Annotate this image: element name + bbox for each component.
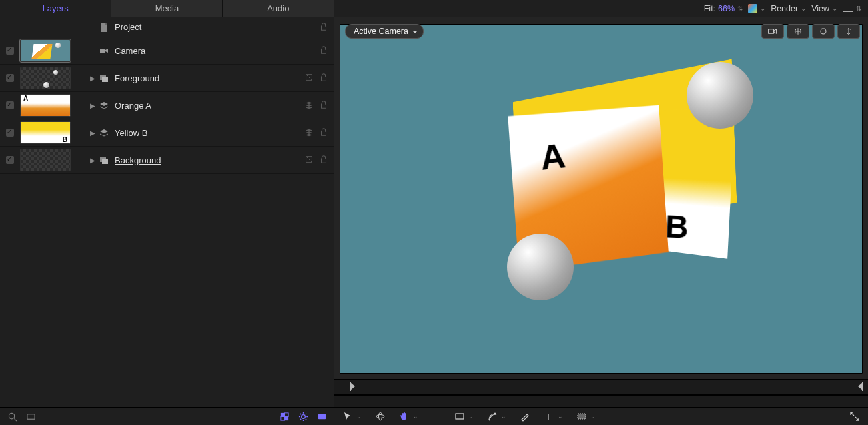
chevron-down-icon: ⌄: [413, 413, 418, 420]
mini-timeline[interactable]: [334, 379, 868, 395]
2d-icon[interactable]: [304, 73, 315, 83]
layer-name: Camera: [112, 46, 316, 56]
layout-icon: [843, 5, 853, 12]
visibility-checkbox[interactable]: [6, 156, 14, 164]
chevron-down-icon: ⌄: [832, 5, 837, 12]
viewport[interactable]: A B: [340, 24, 863, 374]
fit-control[interactable]: Fit: 66% ⇅: [704, 4, 743, 13]
svg-point-16: [301, 414, 305, 418]
layer-thumbnail[interactable]: [20, 121, 71, 144]
checker-icon[interactable]: [279, 411, 290, 422]
view-camera-button[interactable]: [761, 24, 784, 39]
layer-row-foreground[interactable]: ▶ Foreground: [0, 65, 334, 92]
svg-line-4: [306, 75, 312, 81]
layer-name: Foreground: [112, 73, 302, 83]
disclosure-triangle[interactable]: ▶: [89, 102, 96, 109]
layer-row-yellow-b[interactable]: ▶ Yellow B: [0, 119, 334, 147]
lock-icon[interactable]: [319, 155, 330, 165]
svg-point-20: [376, 415, 384, 418]
stack-mode-icon[interactable]: [304, 100, 315, 111]
layer-stack-icon: [99, 127, 109, 138]
fit-value: 66%: [718, 4, 735, 13]
stepper-icon: ⇅: [737, 5, 743, 12]
layer-row-background[interactable]: ▶ Background: [0, 147, 334, 174]
left-panel: Layers Media Audio Project: [0, 0, 334, 425]
lock-icon[interactable]: [319, 45, 330, 56]
lock-icon[interactable]: [319, 127, 330, 138]
disclosure-triangle[interactable]: ▶: [89, 75, 96, 82]
view-orbit-button[interactable]: [812, 24, 835, 39]
layer-row-camera[interactable]: Camera: [0, 37, 334, 65]
play-range-out-icon[interactable]: [858, 382, 863, 390]
disclosure-triangle[interactable]: ▶: [89, 157, 96, 164]
visibility-checkbox[interactable]: [6, 47, 14, 55]
layout-menu[interactable]: ⇅: [843, 5, 861, 12]
svg-point-19: [821, 29, 826, 34]
layer-thumbnail[interactable]: [20, 67, 71, 89]
layer-thumbnail[interactable]: [20, 39, 71, 62]
render-menu[interactable]: Render ⌄: [771, 4, 806, 13]
visibility-checkbox[interactable]: [6, 101, 14, 109]
text-tool[interactable]: T⌄: [544, 411, 563, 422]
hand-tool[interactable]: ⌄: [399, 411, 418, 422]
search-icon[interactable]: [7, 411, 17, 422]
layer-list: Project Camera: [0, 17, 334, 407]
mask-tool[interactable]: ⌄: [576, 411, 596, 422]
view-nav-buttons: [761, 24, 860, 39]
layer-thumbnail[interactable]: [20, 149, 71, 171]
layer-thumbnail[interactable]: [20, 94, 71, 117]
view-pan-button[interactable]: [787, 24, 809, 39]
color-channel-menu[interactable]: ⌄: [748, 4, 765, 13]
letter-a: A: [538, 135, 567, 178]
right-panel: Fit: 66% ⇅ ⌄ Render ⌄ View ⌄ ⇅: [334, 0, 868, 425]
view-dolly-button[interactable]: [837, 24, 860, 39]
pen-tool[interactable]: ⌄: [487, 411, 506, 422]
project-icon: [99, 22, 109, 33]
tab-media[interactable]: Media: [111, 0, 222, 17]
camera-dropdown[interactable]: Active Camera: [345, 24, 424, 39]
paint-tool[interactable]: [520, 411, 530, 422]
layer-row-orange-a[interactable]: ▶ Orange A: [0, 92, 334, 119]
expand-tool[interactable]: [849, 411, 860, 422]
render-label: Render: [771, 4, 798, 13]
stepper-icon: ⇅: [856, 5, 861, 12]
sphere-top-right: [687, 62, 753, 129]
svg-rect-15: [280, 416, 284, 420]
disclosure-triangle[interactable]: ▶: [89, 129, 96, 137]
layer-name: Orange A: [112, 101, 302, 111]
svg-line-10: [14, 418, 17, 421]
tab-audio[interactable]: Audio: [223, 0, 334, 17]
panel-tabs: Layers Media Audio: [0, 0, 334, 17]
svg-rect-17: [318, 414, 325, 419]
visibility-checkbox[interactable]: [6, 74, 14, 82]
select-tool[interactable]: ⌄: [342, 411, 362, 422]
tab-layers[interactable]: Layers: [0, 0, 111, 17]
letter-b: B: [665, 208, 689, 245]
visibility-checkbox[interactable]: [6, 129, 14, 137]
3d-transform-tool[interactable]: [375, 411, 386, 422]
stack-mode-icon[interactable]: [304, 127, 315, 138]
svg-rect-14: [284, 412, 288, 416]
chevron-down-icon: ⌄: [501, 413, 506, 420]
lock-icon[interactable]: [319, 100, 330, 111]
clip-icon[interactable]: [316, 411, 327, 422]
app-root: Layers Media Audio Project: [0, 0, 868, 425]
rectangle-tool[interactable]: ⌄: [454, 411, 474, 422]
play-range-in-icon[interactable]: [350, 382, 355, 390]
lock-icon[interactable]: [319, 22, 330, 33]
2d-icon[interactable]: [304, 155, 315, 165]
svg-rect-13: [284, 416, 288, 420]
group-icon: [99, 155, 109, 165]
layer-stack-icon: [99, 100, 109, 111]
frame-icon[interactable]: [25, 411, 36, 422]
canvas-toolbar: ⌄ ⌄ ⌄ ⌄ T⌄ ⌄: [334, 407, 868, 425]
svg-rect-6: [102, 159, 108, 164]
timeline-track-area[interactable]: [334, 395, 868, 407]
chevron-down-icon: ⌄: [356, 413, 362, 420]
view-label: View: [811, 4, 829, 13]
gear-icon[interactable]: [298, 411, 308, 422]
view-menu[interactable]: View ⌄: [811, 4, 837, 13]
camera-dropdown-label: Active Camera: [354, 27, 408, 36]
layer-row-project[interactable]: Project: [0, 17, 334, 37]
lock-icon[interactable]: [319, 73, 330, 83]
